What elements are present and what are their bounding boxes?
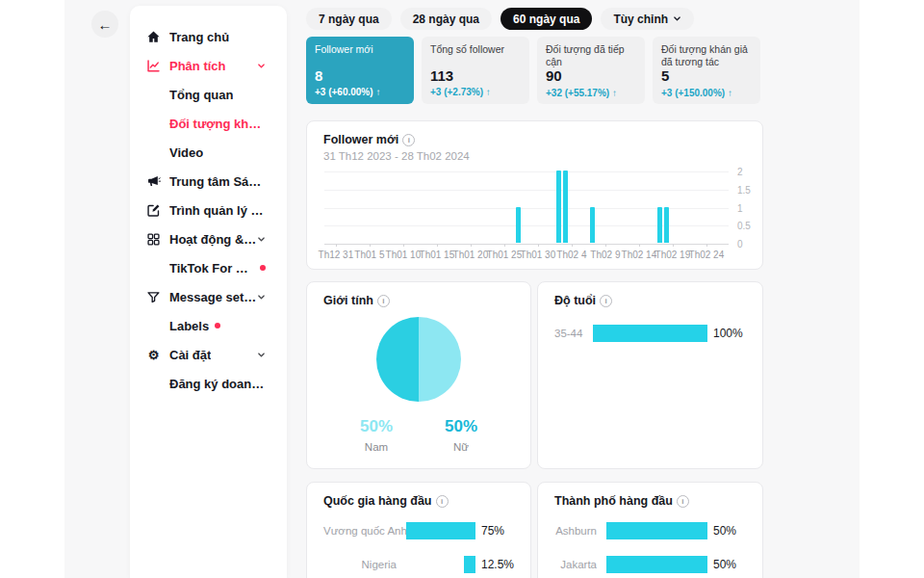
x-axis-label: Th01 5 — [354, 250, 384, 260]
chart-bar — [556, 171, 561, 243]
x-axis-label: Th02 9 — [590, 250, 620, 260]
sidebar-item-label: Hoạt động & hỗ trợ — [169, 232, 257, 247]
chart-bar — [563, 171, 568, 243]
sidebar-item-t-ng-quan[interactable]: Tổng quan — [130, 80, 287, 109]
bar-track — [606, 556, 707, 573]
date-range-tab-60-ng-y-qua[interactable]: 60 ngày qua — [500, 8, 592, 30]
sidebar-item-message-settings[interactable]: Message settings — [130, 282, 287, 311]
chart-bar — [657, 207, 662, 244]
sidebar-item-label: Phân tích — [169, 59, 226, 73]
follower-chart-card: Follower mới 31 Th12 2023 - 28 Th02 2024… — [306, 120, 763, 270]
up-arrow-icon: ↑ — [609, 88, 617, 98]
age-title-row: Độ tuổi — [554, 294, 612, 307]
back-arrow-icon: ← — [98, 17, 113, 32]
gender-card-title: Giới tính — [323, 294, 373, 307]
date-range-tab-7-ng-y-qua[interactable]: 7 ngày qua — [306, 8, 392, 30]
chart-title: Follower mới — [323, 133, 398, 146]
sidebar: Trang chủPhân tíchTổng quanĐối tượng khá… — [130, 6, 287, 578]
sidebar-item-i-t-ng-kh-n-gi[interactable]: Đối tượng khán giả — [130, 109, 287, 138]
sidebar-item-trang-ch[interactable]: Trang chủ — [130, 22, 287, 51]
info-icon[interactable] — [677, 495, 689, 508]
demographic-row-v-ng-qu-c-anh: Vương quốc Anh75% — [323, 522, 520, 539]
compose-icon — [146, 203, 161, 218]
megaphone-icon — [146, 174, 161, 189]
x-axis-label: Th12 31 — [319, 250, 354, 260]
sidebar-item-video[interactable]: Video — [130, 138, 287, 167]
gridline — [324, 244, 729, 245]
sidebar-item-ph-n-t-ch[interactable]: Phân tích — [130, 51, 287, 80]
x-axis-label: Th01 15 — [420, 250, 455, 260]
sidebar-item-ng-k-doanh-ng[interactable]: Đăng ký doanh ng... — [130, 369, 287, 398]
age-rows: 35-44100% — [554, 325, 752, 342]
x-axis-tick — [706, 244, 707, 247]
x-axis-tick — [538, 244, 539, 247]
gender-percent: 50% — [347, 418, 405, 436]
back-button[interactable]: ← — [91, 11, 118, 38]
main-content: Đối tượng khán giả 7 ngày qua28 ngày qua… — [306, 0, 763, 578]
sidebar-item-labels[interactable]: Labels — [130, 311, 287, 340]
bar-track — [406, 556, 475, 573]
y-axis-label: 2 — [737, 167, 743, 177]
demographic-value: 12.5% — [481, 558, 520, 571]
grid-icon — [146, 232, 161, 247]
up-arrow-icon: ↑ — [373, 87, 381, 97]
chevron-down-icon — [257, 293, 266, 302]
stat-card-delta: +3 (+150.00%) ↑ — [661, 88, 752, 98]
chart-bar — [590, 207, 595, 244]
chevron-down-icon — [257, 351, 266, 359]
cities-title-row: Thành phố hàng đầu — [554, 494, 689, 508]
stat-card-delta: +32 (+55.17%) ↑ — [546, 88, 636, 98]
x-axis-tick — [572, 244, 573, 247]
x-axis-label: Th02 4 — [556, 250, 586, 260]
date-range-tab-t-y-ch-nh[interactable]: Tùy chỉnh — [601, 8, 694, 30]
sidebar-item-c-i-t[interactable]: ⚙Cài đặt — [130, 340, 287, 369]
info-icon[interactable] — [402, 134, 415, 146]
x-axis-tick — [471, 244, 472, 247]
demographic-label: Nigeria — [323, 559, 397, 570]
y-axis-label: 1.5 — [737, 184, 751, 195]
sidebar-item-label: Trình quản lý khách h... — [169, 203, 266, 218]
date-range-tab-28-ng-y-qua[interactable]: 28 ngày qua — [400, 8, 492, 30]
info-icon[interactable] — [600, 295, 612, 307]
sidebar-item-label: Trang chủ — [169, 30, 229, 44]
sidebar-item-trung-t-m-s-ng-t-o[interactable]: Trung tâm Sáng tạo — [130, 167, 287, 196]
bar-track — [406, 522, 475, 539]
gender-title-row: Giới tính — [323, 294, 390, 307]
stat-card-i-t-ng-kh-n-gi-t-ng-t-c[interactable]: Đối tượng khán giả đã tương tác5+3 (+150… — [653, 37, 760, 104]
bar-fill — [406, 522, 475, 539]
gear-icon: ⚙ — [146, 348, 161, 362]
stat-card-i-t-ng-ti-p-c-n[interactable]: Đối tượng đã tiếp cận90+32 (+55.17%) ↑ — [537, 37, 645, 104]
gender-label: Nữ — [432, 441, 490, 453]
stat-card-title: Đối tượng đã tiếp cận — [546, 43, 636, 68]
demographic-value: 100% — [713, 327, 752, 340]
bar-track — [593, 325, 707, 342]
demographic-label: Vương quốc Anh — [323, 525, 397, 537]
chart-bar — [516, 207, 521, 244]
home-icon — [146, 30, 161, 44]
sidebar-item-ho-t-ng-h-tr[interactable]: Hoạt động & hỗ trợ — [130, 224, 287, 253]
x-axis-tick — [639, 244, 640, 247]
stat-card-follower-m-i[interactable]: Follower mới8+3 (+60.00%) ↑ — [306, 37, 414, 104]
stat-card-title: Đối tượng khán giả đã tương tác — [661, 43, 752, 68]
stat-card-t-ng-s-follower[interactable]: Tổng số follower113+3 (+2.73%) ↑ — [422, 37, 529, 104]
stat-card-value: 5 — [661, 68, 752, 85]
sidebar-item-tr-nh-qu-n-l-kh-ch-h[interactable]: Trình quản lý khách h... — [130, 196, 287, 224]
info-icon[interactable] — [377, 295, 390, 307]
info-icon[interactable] — [436, 495, 449, 508]
sidebar-nav: Trang chủPhân tíchTổng quanĐối tượng khá… — [130, 22, 287, 398]
city-rows: Ashburn50%Jakarta50% — [554, 522, 752, 573]
countries-card: Quốc gia hàng đầu Vương quốc Anh75%Niger… — [306, 482, 531, 578]
demographic-row-35-44: 35-44100% — [554, 325, 752, 342]
x-axis-label: Th01 10 — [386, 250, 422, 260]
bar-fill — [593, 325, 707, 342]
up-arrow-icon: ↑ — [725, 88, 732, 98]
y-axis-label: 0.5 — [737, 221, 751, 231]
sidebar-item-label: Video — [169, 145, 203, 160]
demographic-label: Ashburn — [554, 525, 597, 537]
demographic-row-nigeria: Nigeria12.5% — [323, 556, 520, 573]
sidebar-item-tiktok-for-business[interactable]: TikTok For Business — [130, 253, 287, 282]
stat-card-value: 113 — [430, 68, 521, 85]
sidebar-item-label: Labels — [169, 319, 209, 333]
gridline — [324, 171, 729, 172]
bar-fill — [606, 522, 707, 539]
